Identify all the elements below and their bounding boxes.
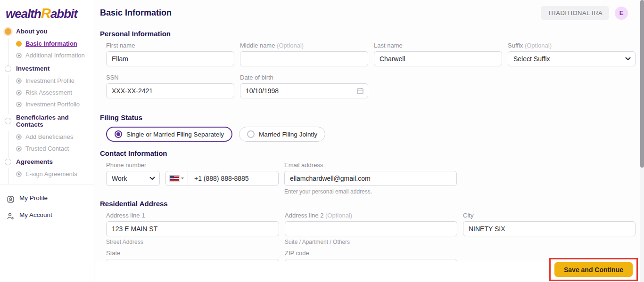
page-title: Basic Information	[100, 8, 172, 18]
phone-number-label: Phone number	[106, 161, 160, 169]
middle-name-label: Middle name (Optional)	[240, 42, 368, 49]
address-line1-field[interactable]	[106, 221, 279, 236]
address-line1-group: Address line 1 Street Address	[106, 212, 279, 245]
filing-status-heading: Filing Status	[100, 113, 644, 121]
first-name-field[interactable]	[106, 51, 234, 66]
nav-section-about-you[interactable]: About you	[5, 28, 94, 35]
city-group: City	[463, 212, 636, 245]
dob-field[interactable]	[240, 83, 368, 98]
step-dot-icon	[16, 78, 22, 84]
dob-group: Date of birth	[240, 74, 368, 98]
main-panel: Basic Information TRADITIONAL IRA E Pers…	[95, 0, 644, 282]
city-field[interactable]	[463, 221, 636, 236]
country-code-selector[interactable]	[165, 171, 188, 185]
state-label: State	[106, 250, 279, 257]
last-name-label: Last name	[374, 42, 502, 49]
caret-down-icon	[181, 177, 184, 179]
dob-label: Date of birth	[240, 74, 368, 81]
last-name-group: Last name	[374, 42, 502, 66]
header-right: TRADITIONAL IRA E	[541, 6, 628, 20]
nav-item-trusted-contact[interactable]: Trusted Contact	[16, 143, 94, 154]
save-and-continue-button[interactable]: Save and Continue	[554, 262, 633, 277]
suffix-select-value[interactable]	[508, 51, 636, 66]
suffix-label: Suffix (Optional)	[508, 42, 636, 49]
radio-unselected-icon	[247, 130, 255, 138]
email-group: Email address Enter your personal email …	[284, 161, 457, 195]
personal-information-heading: Personal Information	[100, 30, 644, 38]
last-name-field[interactable]	[374, 51, 502, 66]
nav-item-investment-profile[interactable]: Investment Profile	[16, 75, 94, 87]
step-dot-icon	[16, 53, 22, 58]
suffix-select[interactable]	[508, 51, 636, 66]
middle-name-field[interactable]	[240, 51, 368, 66]
step-dot-icon	[16, 90, 22, 96]
nav-item-investment-portfolio[interactable]: Investment Portfolio	[16, 98, 94, 110]
scrollbar-track[interactable]	[640, 0, 644, 282]
nav-item-label: Trusted Contact	[25, 145, 69, 152]
step-circle-icon	[5, 28, 11, 35]
step-dot-icon	[16, 134, 22, 140]
nav-item-label: Investment Profile	[25, 77, 74, 84]
sidebar-item-my-profile[interactable]: My Profile	[7, 191, 94, 208]
nav-section-beneficiaries[interactable]: Beneficiaries and Contacts	[5, 114, 94, 128]
calendar-icon[interactable]	[356, 87, 364, 95]
step-dot-icon	[16, 102, 22, 107]
nav-section-label: Investment	[16, 65, 50, 72]
nav-section-label: Beneficiaries and Contacts	[16, 114, 94, 128]
nav-item-label: Add Beneficiaries	[25, 133, 73, 140]
nav-item-risk-assessment[interactable]: Risk Assessment	[16, 87, 94, 98]
sidebar: wealthRabbit About you Basic Information…	[0, 0, 94, 282]
suffix-group: Suffix (Optional)	[508, 42, 636, 66]
nav-section-investment[interactable]: Investment	[5, 65, 94, 72]
nav-children-about-you: Basic Information Additional Information	[8, 38, 94, 65]
phone-type-group: Phone number	[106, 161, 160, 195]
first-name-group: First name	[106, 42, 234, 66]
phone-type-value[interactable]	[106, 171, 160, 186]
radio-label: Single or Married Filing Separately	[126, 131, 224, 138]
ssn-field[interactable]	[106, 83, 234, 98]
nav-item-additional-information[interactable]: Additional Information	[16, 49, 94, 61]
wealthrabbit-logo[interactable]: wealthRabbit	[0, 0, 94, 21]
radio-single-or-married-separately[interactable]: Single or Married Filing Separately	[106, 127, 232, 142]
step-circle-icon	[5, 118, 11, 124]
contact-information-heading: Contact Information	[100, 149, 644, 157]
phone-number-group	[165, 161, 279, 195]
nav-item-basic-information[interactable]: Basic Information	[16, 38, 94, 49]
address-line1-helper: Street Address	[106, 239, 279, 245]
step-dot-icon	[16, 41, 22, 47]
address-line2-field[interactable]	[285, 221, 457, 236]
first-name-label: First name	[106, 42, 234, 49]
radio-married-filing-jointly[interactable]: Married Filing Jointly	[239, 127, 325, 142]
nav-children-agreements: E-sign Agreements	[8, 168, 94, 184]
nav-section-agreements[interactable]: Agreements	[5, 158, 94, 165]
step-circle-icon	[5, 159, 11, 165]
contact-row: Phone number Email address	[106, 161, 636, 195]
phone-field-wrap	[165, 171, 279, 186]
page-header: Basic Information TRADITIONAL IRA E	[95, 0, 644, 20]
account-type-badge: TRADITIONAL IRA	[541, 6, 609, 20]
logo-text-abbit: abbit	[50, 7, 77, 21]
phone-type-select[interactable]	[106, 171, 160, 186]
phone-spacer-label	[165, 161, 279, 169]
email-field[interactable]	[284, 171, 457, 186]
filing-status-options: Single or Married Filing Separately Marr…	[106, 127, 636, 142]
email-helper-text: Enter your personal email address.	[284, 188, 457, 195]
nav-item-esign-agreements[interactable]: E-sign Agreements	[16, 168, 94, 180]
nav-section-label: About you	[16, 28, 48, 35]
step-circle-icon	[5, 65, 11, 72]
city-label: City	[463, 212, 636, 219]
sidebar-footer: My Profile My Account	[0, 185, 94, 225]
address-line1-label: Address line 1	[106, 212, 279, 219]
avatar[interactable]: E	[615, 7, 628, 20]
sidebar-item-label: My Account	[19, 211, 52, 218]
nav-item-label: Investment Portfolio	[25, 101, 80, 108]
scrollbar-thumb[interactable]	[640, 0, 644, 168]
nav-item-add-beneficiaries[interactable]: Add Beneficiaries	[16, 131, 94, 143]
middle-name-group: Middle name (Optional)	[240, 42, 368, 66]
annotation-highlight-box: Save and Continue	[549, 258, 638, 281]
nav-item-label: Additional Information	[25, 52, 85, 59]
address-line2-label: Address line 2 (Optional)	[285, 212, 457, 219]
ssn-group: SSN	[106, 74, 234, 98]
sidebar-item-my-account[interactable]: My Account	[7, 208, 94, 225]
address-line2-helper: Suite / Apartment / Others	[285, 239, 457, 245]
